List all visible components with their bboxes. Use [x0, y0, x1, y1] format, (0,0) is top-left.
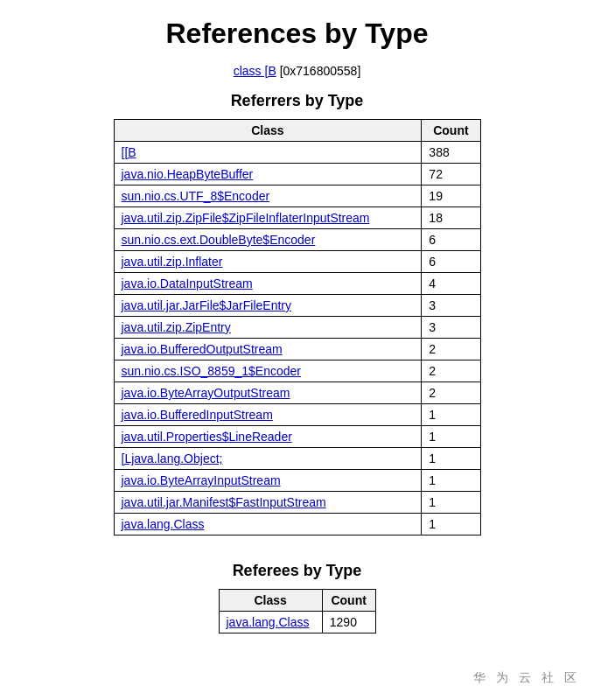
class-link[interactable]: java.io.BufferedOutputStream	[122, 342, 283, 356]
referees-heading: Referees by Type	[17, 562, 577, 580]
referrers-heading: Referrers by Type	[17, 92, 577, 110]
class-link[interactable]: class [B	[234, 64, 276, 78]
count-cell: 2	[422, 360, 480, 382]
class-cell: java.util.jar.JarFile$JarFileEntry	[114, 295, 422, 317]
count-cell: 3	[422, 295, 480, 317]
count-cell: 1	[422, 514, 480, 536]
class-link[interactable]: sun.nio.cs.UTF_8$Encoder	[122, 189, 270, 203]
count-cell: 2	[422, 382, 480, 404]
table-row: java.util.zip.Inflater6	[114, 251, 480, 273]
referees-col-class: Class	[219, 590, 322, 612]
count-cell: 1	[422, 492, 480, 514]
watermark: 华 为 云 社 区	[473, 670, 580, 686]
class-link[interactable]: java.util.Properties$LineReader	[122, 430, 292, 444]
class-cell: java.io.ByteArrayOutputStream	[114, 382, 422, 404]
class-link[interactable]: java.util.zip.ZipFile$ZipFileInflaterInp…	[122, 211, 370, 225]
table-row: java.lang.Class1	[114, 514, 480, 536]
count-cell: 1290	[322, 612, 375, 634]
table-row: java.io.ByteArrayInputStream1	[114, 470, 480, 492]
address-text: [0x716800558]	[280, 64, 361, 78]
class-link[interactable]: java.util.zip.ZipEntry	[122, 320, 231, 334]
class-cell: java.util.zip.Inflater	[114, 251, 422, 273]
class-link[interactable]: java.io.ByteArrayOutputStream	[122, 386, 290, 400]
class-cell: java.util.zip.ZipFile$ZipFileInflaterInp…	[114, 207, 422, 229]
count-cell: 18	[422, 207, 480, 229]
referrers-col-count: Count	[422, 120, 480, 142]
table-row: sun.nio.cs.UTF_8$Encoder19	[114, 186, 480, 207]
referrers-table: Class Count [[B388java.nio.HeapByteBuffe…	[114, 119, 481, 536]
class-link[interactable]: [[B	[122, 145, 136, 159]
referees-table: Class Count java.lang.Class1290	[219, 589, 376, 634]
class-cell: java.lang.Class	[219, 612, 322, 634]
count-cell: 6	[422, 251, 480, 273]
class-cell: java.io.BufferedInputStream	[114, 404, 422, 426]
class-cell: java.io.ByteArrayInputStream	[114, 470, 422, 492]
table-row: java.io.BufferedOutputStream2	[114, 339, 480, 360]
class-cell: java.util.zip.ZipEntry	[114, 317, 422, 339]
table-row: java.nio.HeapByteBuffer72	[114, 164, 480, 186]
class-link[interactable]: [Ljava.lang.Object;	[122, 452, 223, 466]
class-link[interactable]: java.io.BufferedInputStream	[122, 408, 273, 422]
class-link[interactable]: java.lang.Class	[227, 615, 310, 629]
table-row: java.lang.Class1290	[219, 612, 375, 634]
table-row: java.util.zip.ZipEntry3	[114, 317, 480, 339]
class-link[interactable]: java.io.DataInputStream	[122, 276, 253, 290]
class-link[interactable]: sun.nio.cs.ext.DoubleByte$Encoder	[122, 233, 316, 247]
table-row: [Ljava.lang.Object;1	[114, 448, 480, 470]
count-cell: 1	[422, 426, 480, 448]
class-link[interactable]: java.nio.HeapByteBuffer	[122, 167, 254, 181]
count-cell: 4	[422, 273, 480, 295]
count-cell: 2	[422, 339, 480, 360]
table-row: [[B388	[114, 142, 480, 164]
class-link[interactable]: java.util.zip.Inflater	[122, 255, 223, 269]
class-cell: java.util.Properties$LineReader	[114, 426, 422, 448]
count-cell: 1	[422, 470, 480, 492]
table-row: java.io.DataInputStream4	[114, 273, 480, 295]
class-link[interactable]: java.io.ByteArrayInputStream	[122, 473, 281, 487]
referrers-col-class: Class	[114, 120, 422, 142]
class-link[interactable]: java.lang.Class	[122, 517, 205, 531]
class-cell: java.util.jar.Manifest$FastInputStream	[114, 492, 422, 514]
page-title: References by Type	[17, 18, 577, 50]
count-cell: 6	[422, 229, 480, 251]
table-row: java.util.jar.Manifest$FastInputStream1	[114, 492, 480, 514]
class-cell: [[B	[114, 142, 422, 164]
class-cell: sun.nio.cs.ISO_8859_1$Encoder	[114, 360, 422, 382]
class-link[interactable]: java.util.jar.Manifest$FastInputStream	[122, 495, 326, 509]
class-cell: sun.nio.cs.UTF_8$Encoder	[114, 186, 422, 207]
subtitle: class [B [0x716800558]	[17, 64, 577, 78]
class-cell: java.lang.Class	[114, 514, 422, 536]
count-cell: 3	[422, 317, 480, 339]
count-cell: 388	[422, 142, 480, 164]
table-row: java.util.Properties$LineReader1	[114, 426, 480, 448]
class-cell: java.nio.HeapByteBuffer	[114, 164, 422, 186]
class-cell: [Ljava.lang.Object;	[114, 448, 422, 470]
class-cell: java.io.DataInputStream	[114, 273, 422, 295]
table-row: sun.nio.cs.ISO_8859_1$Encoder2	[114, 360, 480, 382]
referees-col-count: Count	[322, 590, 375, 612]
table-row: sun.nio.cs.ext.DoubleByte$Encoder6	[114, 229, 480, 251]
table-row: java.io.ByteArrayOutputStream2	[114, 382, 480, 404]
class-cell: sun.nio.cs.ext.DoubleByte$Encoder	[114, 229, 422, 251]
class-link[interactable]: sun.nio.cs.ISO_8859_1$Encoder	[122, 364, 301, 378]
table-row: java.util.jar.JarFile$JarFileEntry3	[114, 295, 480, 317]
count-cell: 19	[422, 186, 480, 207]
class-cell: java.io.BufferedOutputStream	[114, 339, 422, 360]
class-link[interactable]: java.util.jar.JarFile$JarFileEntry	[122, 298, 292, 312]
table-row: java.util.zip.ZipFile$ZipFileInflaterInp…	[114, 207, 480, 229]
count-cell: 1	[422, 448, 480, 470]
count-cell: 72	[422, 164, 480, 186]
count-cell: 1	[422, 404, 480, 426]
table-row: java.io.BufferedInputStream1	[114, 404, 480, 426]
